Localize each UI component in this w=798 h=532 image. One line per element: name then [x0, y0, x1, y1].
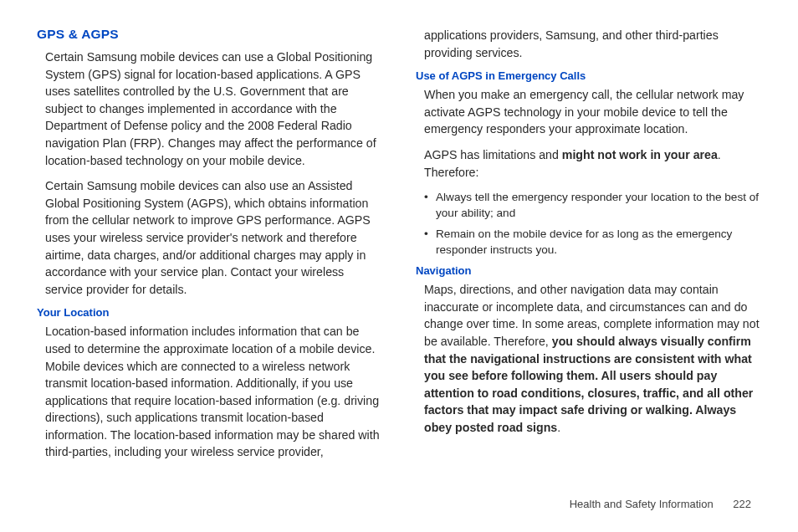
bold-text: you should always visually confirm that …: [424, 335, 753, 434]
text: AGPS has limitations and: [424, 148, 562, 161]
left-column: GPS & AGPS Certain Samsung mobile device…: [37, 27, 382, 478]
bold-text: might not work in your area: [562, 148, 718, 161]
page-footer: Health and Safety Information 222: [570, 498, 751, 510]
paragraph: Certain Samsung mobile devices can use a…: [45, 49, 382, 169]
text: .: [557, 421, 560, 434]
subheading-your-location: Your Location: [37, 306, 382, 319]
paragraph: AGPS has limitations and might not work …: [424, 146, 761, 181]
footer-section-title: Health and Safety Information: [570, 498, 714, 510]
page-number: 222: [733, 498, 751, 510]
heading-gps-agps: GPS & AGPS: [37, 27, 382, 42]
subheading-agps-emergency: Use of AGPS in Emergency Calls: [416, 69, 761, 82]
paragraph: Certain Samsung mobile devices can also …: [45, 177, 382, 298]
subheading-navigation: Navigation: [416, 264, 761, 277]
two-column-layout: GPS & AGPS Certain Samsung mobile device…: [37, 27, 761, 478]
paragraph: Maps, directions, and other navigation d…: [424, 281, 761, 436]
paragraph: Location-based information includes info…: [45, 323, 382, 461]
paragraph: applications providers, Samsung, and oth…: [424, 27, 761, 61]
paragraph: When you make an emergency call, the cel…: [424, 86, 761, 138]
bullet-list: Always tell the emergency responder your…: [424, 189, 761, 258]
right-column: applications providers, Samsung, and oth…: [416, 27, 761, 478]
list-item: Always tell the emergency responder your…: [424, 189, 761, 221]
list-item: Remain on the mobile device for as long …: [424, 226, 761, 258]
